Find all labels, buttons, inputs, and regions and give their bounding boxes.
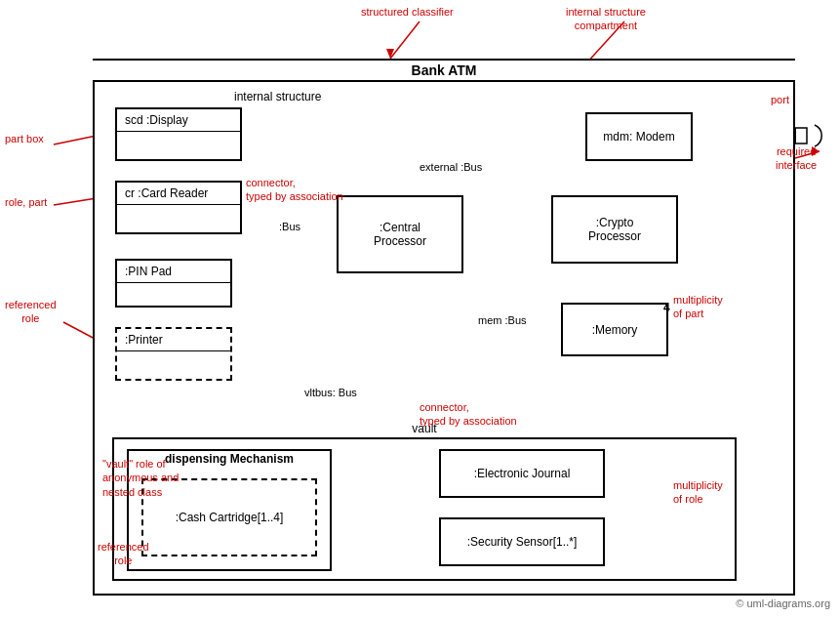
memory-box: :Memory [561, 303, 668, 356]
printer-box: :Printer [115, 327, 232, 381]
bank-atm-title: Bank ATM [93, 61, 795, 82]
annotation-port: port [771, 93, 789, 106]
electronic-journal-box: :Electronic Journal [439, 449, 605, 498]
memory-title: :Memory [584, 319, 646, 341]
annotation-multiplicity-part: multiplicityof part [673, 293, 723, 321]
annotation-referenced-role-1: referencedrole [5, 298, 57, 326]
annotation-required-interface: requiredinterface [776, 144, 817, 173]
scd-display-box: scd :Display [115, 107, 242, 161]
annotation-structured-classifier: structured classifier [361, 5, 454, 19]
pin-pad-box: :PIN Pad [115, 259, 232, 308]
copyright: © uml-diagrams.org [736, 597, 830, 609]
mdm-modem-title: mdm: Modem [595, 126, 682, 147]
annotation-role-part: role, part [5, 195, 47, 209]
central-processor-title: :Central Processor [366, 213, 434, 256]
diagram-container: Bank ATM internal structure scd :Display… [0, 0, 840, 617]
bank-atm-label: Bank ATM [412, 62, 477, 78]
printer-title: :Printer [117, 329, 230, 350]
vltbus-label: vltbus: Bus [304, 387, 357, 398]
svg-rect-60 [795, 128, 807, 144]
mem-bus-label: mem :Bus [478, 314, 527, 326]
annotation-multiplicity-role: multiplicityof role [673, 478, 723, 507]
svg-line-0 [390, 21, 420, 59]
bus-label: :Bus [279, 221, 300, 232]
cr-card-reader-box: cr :Card Reader [115, 181, 242, 234]
internal-structure-label: internal structure [234, 90, 321, 103]
scd-display-title: scd :Display [117, 109, 240, 131]
security-sensor-box: :Security Sensor[1..*] [439, 517, 605, 566]
crypto-processor-title: :Crypto Processor [580, 208, 649, 251]
svg-marker-1 [386, 49, 394, 59]
annotation-connector-typed: connector,typed by association [246, 176, 343, 204]
memory-multiplicity: 4 [663, 301, 670, 314]
crypto-processor-box: :Crypto Processor [551, 195, 678, 264]
external-bus-label: external :Bus [420, 161, 482, 173]
cr-card-reader-title: cr :Card Reader [117, 183, 240, 204]
central-processor-box: :Central Processor [337, 195, 463, 273]
mdm-modem-box: mdm: Modem [585, 112, 693, 161]
annotation-vault-role: "vault" role ofanonymous andnested class [102, 457, 179, 499]
annotation-connector-typed-2: connector,typed by association [420, 400, 517, 429]
annotation-referenced-role-2: referencedrole [98, 540, 149, 568]
pin-pad-title: :PIN Pad [117, 261, 230, 282]
annotation-part-box: part box [5, 132, 44, 145]
annotation-internal-structure: internal structurecompartment [566, 5, 646, 33]
